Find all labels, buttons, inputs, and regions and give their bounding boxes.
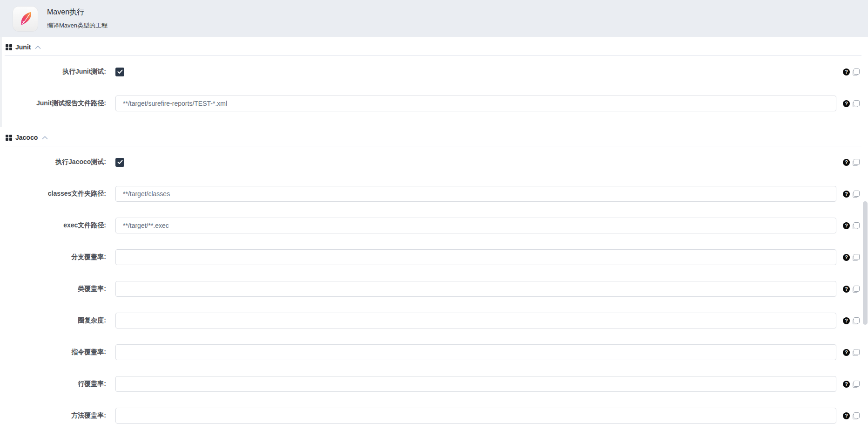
form-row-branch-coverage: 分支覆盖率: ?	[0, 241, 868, 273]
cyclomatic-complexity-label: 圈复杂度:	[0, 316, 106, 325]
run-jacoco-test-checkbox[interactable]	[115, 158, 124, 167]
form-row-line-coverage: 行覆盖率: ?	[0, 368, 868, 400]
help-icon[interactable]: ?	[843, 68, 850, 75]
copy-icon[interactable]	[853, 68, 860, 75]
line-coverage-input[interactable]	[115, 376, 836, 392]
vertical-scrollbar[interactable]	[863, 201, 868, 325]
section-grid-icon	[6, 44, 12, 50]
copy-icon[interactable]	[853, 349, 860, 356]
copy-icon[interactable]	[853, 412, 860, 419]
cyclomatic-complexity-input[interactable]	[115, 313, 836, 328]
help-icon[interactable]: ?	[843, 286, 850, 293]
form-row-run-jacoco-test: 执行Jacoco测试: ?	[0, 146, 868, 178]
chevron-up-icon[interactable]	[42, 136, 48, 140]
form-row-exec-file-path: exec文件路径: ?	[0, 210, 868, 241]
classes-folder-path-input[interactable]	[115, 186, 836, 202]
section-grid-icon	[6, 135, 12, 141]
branch-coverage-label: 分支覆盖率:	[0, 253, 106, 261]
plugin-header: Maven执行 编译Maven类型的工程	[0, 0, 868, 37]
left-scroll-track-remnant	[0, 37, 2, 127]
copy-icon[interactable]	[853, 317, 860, 324]
help-icon[interactable]: ?	[843, 349, 850, 356]
help-icon[interactable]: ?	[843, 222, 850, 229]
help-icon[interactable]: ?	[843, 159, 850, 166]
run-junit-test-label: 执行Junit测试:	[0, 68, 106, 76]
section-header-junit[interactable]: Junit	[6, 40, 868, 54]
method-coverage-input[interactable]	[115, 408, 836, 424]
form-sections: Junit 执行Junit测试: ? Junit测试报告文件路径: ? Jaco…	[0, 40, 868, 431]
method-coverage-label: 方法覆盖率:	[0, 411, 106, 420]
form-row-classes-folder-path: classes文件夹路径: ?	[0, 178, 868, 210]
section-title: Jacoco	[15, 134, 38, 141]
page-subtitle: 编译Maven类型的工程	[47, 21, 108, 30]
section-jacoco: Jacoco 执行Jacoco测试: ? classes文件夹路径: ? exe…	[0, 130, 868, 431]
help-icon[interactable]: ?	[843, 191, 850, 198]
run-jacoco-test-label: 执行Jacoco测试:	[0, 158, 106, 166]
class-coverage-label: 类覆盖率:	[0, 285, 106, 293]
form-row-junit-report-path: Junit测试报告文件路径: ?	[0, 88, 868, 119]
copy-icon[interactable]	[853, 381, 860, 388]
copy-icon[interactable]	[853, 286, 860, 293]
exec-file-path-label: exec文件路径:	[0, 221, 106, 230]
help-icon[interactable]: ?	[843, 100, 850, 107]
form-row-class-coverage: 类覆盖率: ?	[0, 273, 868, 305]
maven-feather-graphic	[17, 10, 34, 27]
form-row-method-coverage: 方法覆盖率: ?	[0, 400, 868, 431]
form-row-run-junit-test: 执行Junit测试: ?	[0, 56, 868, 88]
instruction-coverage-input[interactable]	[115, 344, 836, 360]
help-icon[interactable]: ?	[843, 381, 850, 388]
maven-feather-icon	[13, 6, 38, 32]
form-row-cyclomatic-complexity: 圈复杂度: ?	[0, 305, 868, 336]
form-row-instruction-coverage: 指令覆盖率: ?	[0, 336, 868, 368]
section-title: Junit	[15, 43, 31, 51]
run-junit-test-checkbox[interactable]	[115, 68, 124, 76]
line-coverage-label: 行覆盖率:	[0, 380, 106, 388]
help-icon[interactable]: ?	[843, 254, 850, 261]
junit-report-path-label: Junit测试报告文件路径:	[0, 99, 106, 108]
branch-coverage-input[interactable]	[115, 249, 836, 265]
page-title: Maven执行	[47, 7, 108, 17]
section-header-jacoco[interactable]: Jacoco	[6, 130, 868, 144]
copy-icon[interactable]	[853, 191, 860, 198]
junit-report-path-input[interactable]	[115, 96, 836, 111]
section-junit: Junit 执行Junit测试: ? Junit测试报告文件路径: ?	[0, 40, 868, 119]
help-icon[interactable]: ?	[843, 317, 850, 324]
copy-icon[interactable]	[853, 100, 860, 107]
copy-icon[interactable]	[853, 159, 860, 166]
instruction-coverage-label: 指令覆盖率:	[0, 348, 106, 356]
chevron-up-icon[interactable]	[35, 45, 41, 49]
copy-icon[interactable]	[853, 254, 860, 261]
classes-folder-path-label: classes文件夹路径:	[0, 190, 106, 198]
copy-icon[interactable]	[853, 222, 860, 229]
class-coverage-input[interactable]	[115, 281, 836, 297]
help-icon[interactable]: ?	[843, 412, 850, 419]
exec-file-path-input[interactable]	[115, 218, 836, 233]
